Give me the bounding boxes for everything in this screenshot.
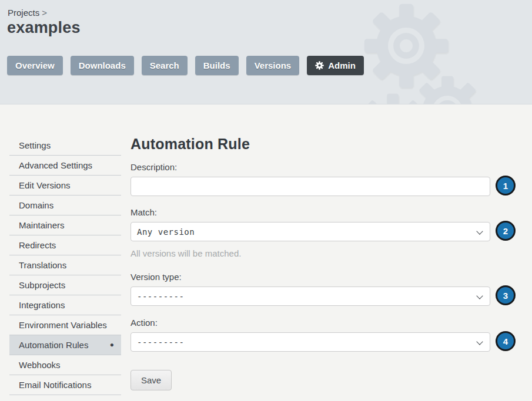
match-select-value: Any version: [137, 227, 195, 237]
sidebar-item-redirects[interactable]: Redirects: [9, 235, 121, 255]
project-title: examples: [7, 19, 81, 37]
nav-builds-button[interactable]: Builds: [195, 56, 239, 75]
sidebar-item-automation-rules[interactable]: Automation Rules ●: [9, 335, 121, 355]
action-select-value: ---------: [137, 338, 184, 347]
sidebar-item-traffic-analytics[interactable]: Traffic Analytics: [9, 395, 121, 401]
sidebar-item-integrations[interactable]: Integrations: [9, 295, 121, 315]
version-type-label: Version type:: [131, 272, 490, 282]
nav-versions-button[interactable]: Versions: [246, 56, 300, 75]
match-help-text: All versions will be matched.: [131, 248, 490, 258]
sidebar-item-translations[interactable]: Translations: [9, 255, 121, 275]
nav-downloads-button[interactable]: Downloads: [71, 56, 134, 75]
breadcrumb-separator: >: [42, 8, 47, 18]
match-select[interactable]: Any version: [131, 222, 490, 241]
step-badge-2: 2: [496, 221, 516, 241]
gear-icon: [315, 61, 324, 70]
nav-search-button[interactable]: Search: [142, 56, 188, 75]
chevron-down-icon: [476, 338, 483, 345]
gear-decoration-icon: [363, 3, 449, 91]
description-input[interactable]: [131, 177, 490, 196]
project-nav: Overview Downloads Search Builds Version…: [7, 56, 364, 75]
admin-page-body: Settings Advanced Settings Edit Versions…: [0, 105, 532, 401]
action-label: Action:: [131, 318, 490, 328]
nav-admin-label: Admin: [328, 60, 356, 70]
description-label: Description:: [131, 162, 490, 172]
gear-decoration-icon: [357, 93, 428, 105]
chevron-down-icon: [476, 292, 483, 299]
version-type-select-value: ---------: [137, 292, 184, 301]
nav-admin-button[interactable]: Admin: [307, 56, 364, 75]
sidebar-item-edit-versions[interactable]: Edit Versions: [9, 176, 121, 196]
match-label: Match:: [131, 207, 490, 217]
step-badge-1: 1: [496, 176, 516, 196]
admin-sidebar: Settings Advanced Settings Edit Versions…: [9, 136, 121, 401]
sidebar-item-email-notifications[interactable]: Email Notifications: [9, 375, 121, 395]
active-bullet-icon: ●: [110, 335, 114, 355]
breadcrumb-projects-link[interactable]: Projects: [8, 8, 39, 18]
action-select[interactable]: ---------: [131, 332, 490, 352]
nav-overview-button[interactable]: Overview: [7, 56, 63, 75]
breadcrumb: Projects>: [8, 8, 47, 18]
sidebar-item-webhooks[interactable]: Webhooks: [9, 355, 121, 375]
automation-rule-form: Automation Rule Description: 1 Match: An…: [131, 136, 490, 390]
sidebar-item-maintainers[interactable]: Maintainers: [9, 215, 121, 235]
step-badge-4: 4: [496, 331, 516, 351]
version-type-select[interactable]: ---------: [131, 287, 490, 306]
sidebar-item-environment-variables[interactable]: Environment Variables: [9, 315, 121, 335]
sidebar-item-domains[interactable]: Domains: [9, 196, 121, 215]
gear-decoration-icon: [411, 75, 483, 105]
sidebar-item-label: Automation Rules: [19, 340, 88, 350]
chevron-down-icon: [476, 228, 483, 234]
sidebar-item-subprojects[interactable]: Subprojects: [9, 275, 121, 295]
page-title: Automation Rule: [131, 136, 490, 153]
project-header: Projects> examples Overview Downloads Se…: [0, 0, 532, 105]
step-badge-3: 3: [496, 285, 516, 305]
sidebar-item-advanced-settings[interactable]: Advanced Settings: [9, 156, 121, 176]
sidebar-item-settings[interactable]: Settings: [9, 136, 121, 156]
save-button[interactable]: Save: [131, 370, 172, 390]
